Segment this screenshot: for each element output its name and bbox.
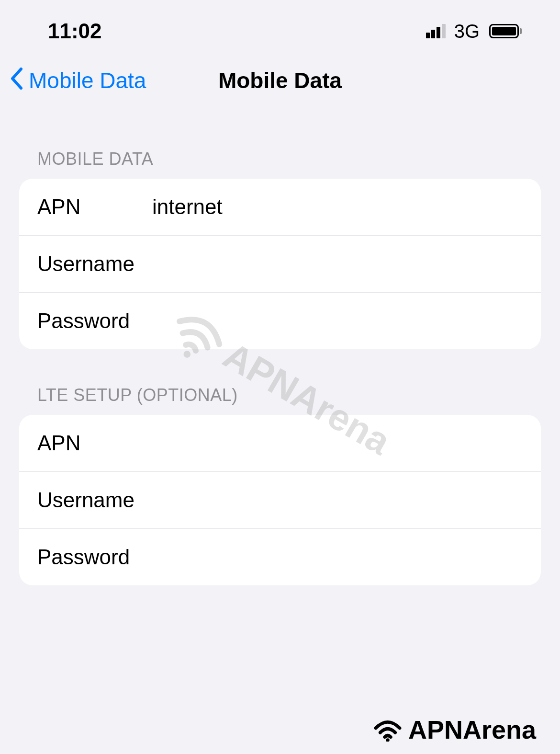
chevron-left-icon [10,67,24,94]
username-label: Username [37,252,152,276]
lte-apn-label: APN [37,431,152,455]
lte-apn-input[interactable] [152,431,523,455]
lte-apn-row[interactable]: APN [19,415,541,472]
cellular-signal-icon [426,24,446,38]
svg-point-1 [386,738,390,742]
navigation-bar: Mobile Data Mobile Data [0,53,560,113]
status-time: 11:02 [48,19,102,43]
lte-password-input[interactable] [152,545,523,569]
battery-icon [489,24,522,38]
lte-password-label: Password [37,545,152,569]
back-button[interactable]: Mobile Data [10,67,146,94]
mobile-data-username-input[interactable] [152,252,523,276]
mobile-data-username-row[interactable]: Username [19,236,541,293]
back-button-label: Mobile Data [29,68,146,93]
mobile-data-apn-row[interactable]: APN [19,179,541,236]
status-indicators: 3G [426,21,522,42]
wifi-icon [371,718,404,742]
svg-point-0 [182,350,192,359]
lte-setup-group: APN Username Password [19,415,541,585]
page-title: Mobile Data [218,68,342,93]
lte-setup-section: LTE SETUP (OPTIONAL) APN Username Passwo… [0,385,560,585]
mobile-data-section: MOBILE DATA APN Username Password [0,149,560,349]
mobile-data-group: APN Username Password [19,179,541,349]
password-label: Password [37,309,152,333]
status-bar: 11:02 3G [0,0,560,53]
lte-username-row[interactable]: Username [19,472,541,529]
lte-setup-section-header: LTE SETUP (OPTIONAL) [0,385,560,415]
mobile-data-password-row[interactable]: Password [19,293,541,349]
watermark-bottom: APNArena [371,715,536,744]
mobile-data-section-header: MOBILE DATA [0,149,560,179]
network-type-label: 3G [454,21,480,42]
lte-username-input[interactable] [152,488,523,512]
mobile-data-apn-input[interactable] [152,195,523,219]
lte-username-label: Username [37,488,152,512]
mobile-data-password-input[interactable] [152,309,523,333]
watermark-text: APNArena [408,715,536,744]
apn-label: APN [37,195,152,219]
lte-password-row[interactable]: Password [19,529,541,585]
